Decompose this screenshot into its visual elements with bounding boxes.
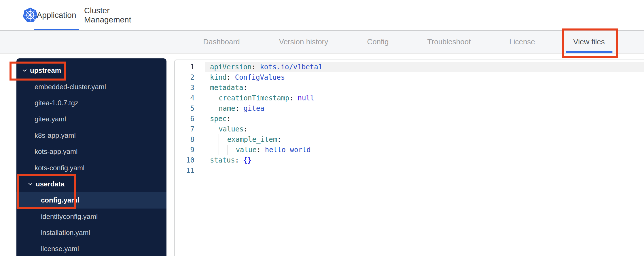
code-text: value: hello world xyxy=(205,145,644,155)
subnav-tab-label: License xyxy=(509,37,535,46)
file-label: gitea.yaml xyxy=(35,115,66,123)
subnav-tab-label: View files xyxy=(573,37,605,46)
active-subnav-underline xyxy=(566,51,612,53)
file-label: k8s-app.yaml xyxy=(35,131,76,140)
line-number: 1 xyxy=(175,62,205,72)
primary-tab-label: Application xyxy=(37,11,76,20)
tree-item-embedded-cluster-yaml[interactable]: embedded-cluster.yaml xyxy=(16,79,166,95)
tree-item-installation-yaml[interactable]: installation.yaml xyxy=(16,225,166,241)
primary-tab-application[interactable]: Application xyxy=(34,0,79,30)
indent-guide xyxy=(210,134,219,145)
subnav-tab-label: Version history xyxy=(279,37,328,46)
primary-tab-label: Cluster Management xyxy=(84,6,145,24)
subnav-tab-label: Troubleshoot xyxy=(427,37,471,46)
file-tree: upstreamembedded-cluster.yamlgitea-1.0.7… xyxy=(16,62,166,256)
code-text: status: {} xyxy=(205,155,644,165)
indent-guide xyxy=(227,145,236,155)
indent-guide xyxy=(210,93,219,103)
active-tab-underline xyxy=(34,29,79,30)
code-line-1: 1apiVersion: kots.io/v1beta1 xyxy=(175,62,644,72)
tree-item-userdata[interactable]: userdata xyxy=(16,176,166,192)
subnav-tab-view-files[interactable]: View files xyxy=(573,31,605,53)
file-label: kots-config.yaml xyxy=(35,164,84,172)
code-line-2: 2kind: ConfigValues xyxy=(175,72,644,83)
file-label: license.yaml xyxy=(41,245,79,253)
folder-label: upstream xyxy=(30,66,61,74)
subnav-tab-troubleshoot[interactable]: Troubleshoot xyxy=(427,31,471,53)
line-number: 10 xyxy=(175,155,205,165)
indent-guide xyxy=(210,124,219,134)
tree-item-config-yaml[interactable]: config.yaml xyxy=(16,192,166,208)
tree-item-upstream[interactable]: upstream xyxy=(16,62,166,79)
file-tree-sidebar: upstreamembedded-cluster.yamlgitea-1.0.7… xyxy=(16,58,166,256)
code-line-9: 9value: hello world xyxy=(175,145,644,155)
code-text: apiVersion: kots.io/v1beta1 xyxy=(205,62,644,72)
code-text: example_item: xyxy=(205,134,644,145)
line-number: 11 xyxy=(175,165,205,176)
app-header: ApplicationCluster Management xyxy=(0,0,644,31)
tree-item-k8s-app-yaml[interactable]: k8s-app.yaml xyxy=(16,127,166,144)
tree-item-identityconfig-yaml[interactable]: identityconfig.yaml xyxy=(16,209,166,225)
file-label: gitea-1.0.7.tgz xyxy=(35,99,78,107)
subnav-tab-label: Dashboard xyxy=(203,37,240,46)
code-line-8: 8example_item: xyxy=(175,134,644,145)
tree-item-gitea-1-0-7-tgz[interactable]: gitea-1.0.7.tgz xyxy=(16,95,166,111)
file-label: identityconfig.yaml xyxy=(41,213,98,221)
app-subnav: DashboardVersion historyConfigTroublesho… xyxy=(0,31,644,54)
code-text: creationTimestamp: null xyxy=(205,93,644,103)
code-text: name: gitea xyxy=(205,103,644,114)
file-label: installation.yaml xyxy=(41,229,90,237)
file-label: embedded-cluster.yaml xyxy=(35,83,106,91)
tree-item-kots-app-yaml[interactable]: kots-app.yaml xyxy=(16,144,166,160)
tree-item-license-yaml[interactable]: license.yaml xyxy=(16,241,166,256)
tree-item-kots-config-yaml[interactable]: kots-config.yaml xyxy=(16,160,166,176)
code-text: spec: xyxy=(205,114,644,124)
subnav-tab-dashboard[interactable]: Dashboard xyxy=(203,31,240,53)
line-number: 5 xyxy=(175,103,205,114)
file-label: config.yaml xyxy=(41,196,79,204)
line-number: 3 xyxy=(175,83,205,93)
code-line-10: 10status: {} xyxy=(175,155,644,165)
code-line-4: 4creationTimestamp: null xyxy=(175,93,644,103)
chevron-down-icon xyxy=(28,183,33,186)
line-number: 6 xyxy=(175,114,205,124)
line-number: 8 xyxy=(175,134,205,145)
indent-guide xyxy=(210,103,219,114)
code-text: metadata: xyxy=(205,83,644,93)
code-text xyxy=(205,165,644,176)
line-number: 4 xyxy=(175,93,205,103)
line-number: 7 xyxy=(175,124,205,134)
folder-label: userdata xyxy=(36,180,65,188)
code-line-6: 6spec: xyxy=(175,114,644,124)
code-line-7: 7values: xyxy=(175,124,644,134)
file-editor[interactable]: 1apiVersion: kots.io/v1beta12kind: Confi… xyxy=(174,60,644,256)
indent-guide xyxy=(210,145,219,155)
primary-tab-cluster-management[interactable]: Cluster Management xyxy=(84,0,145,30)
indent-guide xyxy=(219,134,227,145)
code-text: kind: ConfigValues xyxy=(205,72,644,83)
code-text: values: xyxy=(205,124,644,134)
subnav-tab-config[interactable]: Config xyxy=(367,31,389,53)
line-number: 9 xyxy=(175,145,205,155)
tree-item-gitea-yaml[interactable]: gitea.yaml xyxy=(16,111,166,127)
subnav-tab-version-history[interactable]: Version history xyxy=(279,31,328,53)
file-label: kots-app.yaml xyxy=(35,148,77,156)
chevron-down-icon xyxy=(22,69,27,72)
code-line-11: 11 xyxy=(175,165,644,176)
code-line-3: 3metadata: xyxy=(175,83,644,93)
code-lines: 1apiVersion: kots.io/v1beta12kind: Confi… xyxy=(175,62,644,176)
subnav-tab-license[interactable]: License xyxy=(509,31,535,53)
line-number: 2 xyxy=(175,72,205,83)
subnav-tab-label: Config xyxy=(367,37,389,46)
code-line-5: 5name: gitea xyxy=(175,103,644,114)
indent-guide xyxy=(219,145,227,155)
